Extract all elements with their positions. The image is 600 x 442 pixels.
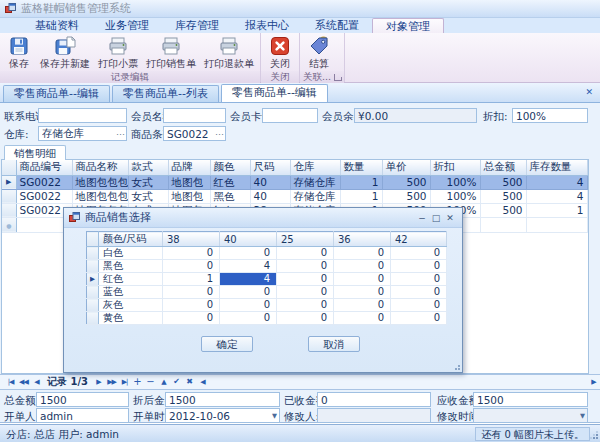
matrix-row-blue[interactable]: 蓝色 0 0 0 0 0 (87, 286, 447, 299)
matrix-header-40[interactable]: 40 (220, 232, 277, 247)
matrix-cell[interactable]: 0 (277, 299, 334, 312)
ribbon-tab-inventory[interactable]: 库存管理 (162, 18, 232, 33)
grid-header-total[interactable]: 总金额 (480, 160, 526, 175)
matrix-row-label[interactable]: 灰色 (99, 299, 163, 312)
grid-header-stock[interactable]: 库存数量 (526, 160, 587, 175)
matrix-cell[interactable]: 0 (334, 273, 391, 286)
cell-brand[interactable]: 地图包 (168, 189, 210, 203)
cell-discount[interactable]: 100% (430, 175, 480, 189)
close-button[interactable]: 关闭 (263, 34, 297, 71)
ribbon-tab-basic-data[interactable]: 基础资料 (22, 18, 92, 33)
table-row[interactable]: SG0022 地图包包包 女式 地图包 黑色 40 存储仓库 1 500 100… (2, 189, 587, 203)
matrix-cell[interactable]: 0 (277, 312, 334, 325)
matrix-cell[interactable]: 0 (220, 247, 277, 260)
cell-stock[interactable]: 4 (526, 189, 587, 203)
nav-edit-button[interactable]: ▲ (157, 375, 170, 389)
matrix-row-red[interactable]: ▶ 红色 1 4 0 0 0 (87, 273, 447, 286)
cell-unit-price[interactable]: 500 (382, 175, 430, 189)
barcode-ellipsis-icon[interactable]: … (215, 127, 224, 137)
cancel-button[interactable]: 取消 (308, 336, 360, 352)
cell-stock[interactable]: 1 (526, 203, 587, 217)
cell-product-id[interactable]: SG0022 (16, 175, 72, 189)
doc-tab-retail-list[interactable]: 零售商品单--列表 (112, 85, 219, 102)
chevron-down-icon[interactable]: ▼ (580, 412, 585, 420)
cell-product-id[interactable]: SG0022 (16, 189, 72, 203)
cell-product-name[interactable]: 地图包包包 (72, 175, 128, 189)
grid-header-unit-price[interactable]: 单价 (382, 160, 430, 175)
settle-button[interactable]: 结算 (302, 34, 336, 71)
cell-size[interactable]: 40 (250, 175, 290, 189)
matrix-header-25[interactable]: 25 (277, 232, 334, 247)
matrix-cell[interactable]: 0 (277, 247, 334, 260)
cell-quantity[interactable]: 1 (340, 189, 382, 203)
matrix-cell[interactable]: 0 (163, 312, 220, 325)
issue-time-input[interactable] (165, 408, 280, 423)
matrix-cell[interactable]: 0 (391, 286, 447, 299)
cell-empty[interactable] (480, 217, 526, 232)
matrix-header-36[interactable]: 36 (334, 232, 391, 247)
member-card-input[interactable] (262, 108, 318, 123)
cell-style[interactable]: 女式 (128, 175, 168, 189)
warehouse-field[interactable]: … (38, 126, 127, 141)
cell-unit-price[interactable]: 500 (382, 189, 430, 203)
cell-style[interactable]: 女式 (128, 189, 168, 203)
nav-delete-button[interactable]: − (144, 375, 157, 389)
grid-header-brand[interactable]: 品牌 (168, 160, 210, 175)
cell-color[interactable]: 黑色 (210, 189, 250, 203)
dialog-titlebar[interactable]: 商品销售选择 − □ ✕ (64, 208, 462, 228)
ribbon-tab-reports[interactable]: 报表中心 (232, 18, 302, 33)
nav-next-button[interactable]: ▶ (92, 375, 105, 389)
cell-brand[interactable]: 地图包 (168, 175, 210, 189)
matrix-row-black[interactable]: 黑色 0 4 0 0 0 (87, 260, 447, 273)
matrix-cell[interactable]: 0 (391, 312, 447, 325)
nav-next-page-button[interactable]: ▶▶ (105, 375, 118, 389)
matrix-cell[interactable]: 0 (334, 247, 391, 260)
discounted-amount-field[interactable] (165, 392, 280, 407)
warehouse-input[interactable] (38, 126, 127, 141)
chevron-down-icon[interactable]: ▼ (272, 412, 277, 420)
cell-quantity[interactable]: 1 (340, 175, 382, 189)
receivable-amount-field[interactable] (473, 392, 588, 407)
print-refund-order-button[interactable]: 打印退款单 (200, 34, 258, 71)
matrix-cell[interactable]: 4 (220, 260, 277, 273)
ribbon-tab-business[interactable]: 业务管理 (92, 18, 162, 33)
matrix-header-42[interactable]: 42 (391, 232, 447, 247)
table-row[interactable]: ▶ SG0022 地图包包包 女式 地图包 红色 40 存储仓库 1 500 1… (2, 175, 587, 189)
cell-color[interactable]: 红色 (210, 175, 250, 189)
matrix-row-label[interactable]: 黑色 (99, 260, 163, 273)
matrix-cell[interactable]: 0 (277, 260, 334, 273)
member-name-input[interactable] (163, 108, 226, 123)
matrix-cell[interactable]: 0 (163, 260, 220, 273)
matrix-cell[interactable]: 0 (334, 260, 391, 273)
print-sales-order-button[interactable]: 打印销售单 (142, 34, 200, 71)
matrix-header-color-size[interactable]: 颜色/尺码 (99, 232, 163, 247)
matrix-cell[interactable]: 0 (277, 286, 334, 299)
matrix-row-yellow[interactable]: 黄色 0 0 0 0 0 (87, 312, 447, 325)
grid-header-product-id[interactable]: 商品编号 (16, 160, 72, 175)
ribbon-tab-system-config[interactable]: 系统配置 (302, 18, 372, 33)
dialog-launcher-icon[interactable] (334, 74, 341, 81)
grid-header-warehouse[interactable]: 仓库 (290, 160, 340, 175)
save-and-new-button[interactable]: 保存并新建 (36, 34, 94, 71)
matrix-row-gray[interactable]: 灰色 0 0 0 0 0 (87, 299, 447, 312)
barcode-field[interactable]: … (163, 126, 226, 141)
total-amount-field[interactable] (36, 392, 129, 407)
discount-input[interactable] (512, 108, 588, 123)
cell-discount[interactable]: 100% (430, 189, 480, 203)
matrix-cell[interactable]: 0 (391, 273, 447, 286)
doc-tab-retail-edit-1[interactable]: 零售商品单--编辑 (3, 85, 110, 102)
cell-total[interactable]: 500 (480, 189, 526, 203)
matrix-row-white[interactable]: 白色 0 0 0 0 0 (87, 247, 447, 260)
doc-tab-retail-edit-2[interactable]: 零售商品单--编辑 (221, 84, 328, 102)
cell-product-name[interactable]: 地图包包包 (72, 189, 128, 203)
grid-header-style[interactable]: 款式 (128, 160, 168, 175)
matrix-cell[interactable]: 0 (334, 299, 391, 312)
matrix-cell[interactable]: 0 (277, 273, 334, 286)
cell-warehouse[interactable]: 存储仓库 (290, 189, 340, 203)
cell-warehouse[interactable]: 存储仓库 (290, 175, 340, 189)
nav-append-button[interactable]: + (131, 375, 144, 389)
matrix-row-label[interactable]: 蓝色 (99, 286, 163, 299)
grid-header-color[interactable]: 颜色 (210, 160, 250, 175)
nav-prev-button[interactable]: ◀ (30, 375, 43, 389)
issue-time-combo[interactable]: ▼ (165, 408, 280, 423)
